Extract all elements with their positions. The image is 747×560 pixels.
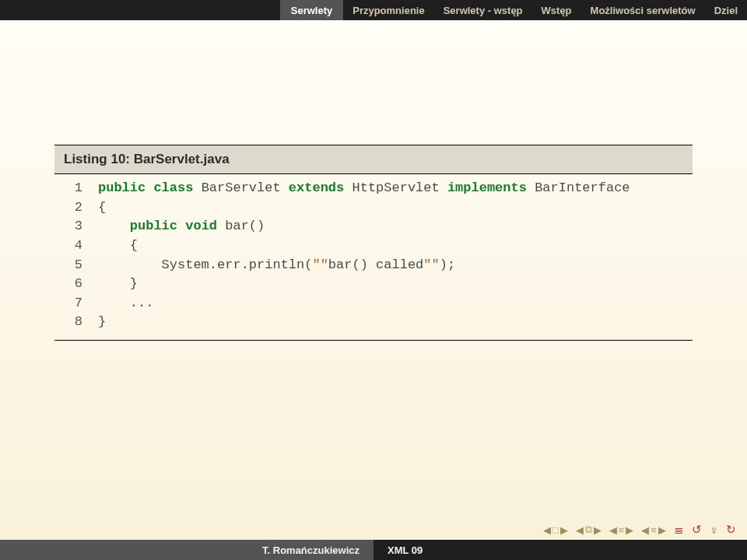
slide-root: Serwlety Przypomnienie Serwlety - wstęp … <box>0 0 747 560</box>
breadcrumb-current[interactable]: Serwlety <box>280 0 343 20</box>
nav-redo-icon[interactable]: ↻ <box>726 523 736 537</box>
nav-section-back-icon[interactable]: ◀≡▶ <box>609 524 634 536</box>
nav-search-icon[interactable]: ♀ <box>710 523 718 537</box>
nav-prev-icon[interactable]: ◀⧉▶ <box>576 523 601 536</box>
breadcrumb-item[interactable]: Wstęp <box>532 0 581 20</box>
breadcrumb-item[interactable]: Serwlety - wstęp <box>434 0 532 20</box>
nav-undo-icon[interactable]: ↺ <box>692 523 702 537</box>
code-listing: 1public class BarServlet extends HttpSer… <box>54 179 693 332</box>
code-block: 1public class BarServlet extends HttpSer… <box>54 174 693 341</box>
footer: T. Romańczukiewicz XML 09 <box>0 540 747 560</box>
breadcrumb: Serwlety Przypomnienie Serwlety - wstęp … <box>0 0 747 20</box>
nav-first-icon[interactable]: ◀□▶ <box>543 524 568 536</box>
footer-author: T. Romańczukiewicz <box>0 540 374 560</box>
nav-section-fwd-icon[interactable]: ◀≡▶ <box>641 524 666 536</box>
nav-outline-icon[interactable]: ≣ <box>674 523 684 537</box>
header-spacer <box>0 0 280 20</box>
listing-title: Listing 10: BarServlet.java <box>54 145 693 174</box>
breadcrumb-item[interactable]: Możliwości serwletów <box>581 0 705 20</box>
footer-title: XML 09 <box>374 540 747 560</box>
nav-symbols: ◀□▶ ◀⧉▶ ◀≡▶ ◀≡▶ ≣ ↺ ♀ ↻ <box>543 523 736 537</box>
slide-content: Listing 10: BarServlet.java 1public clas… <box>0 20 747 341</box>
breadcrumb-item[interactable]: Przypomnienie <box>343 0 433 20</box>
breadcrumb-item[interactable]: Dziel <box>705 0 747 20</box>
